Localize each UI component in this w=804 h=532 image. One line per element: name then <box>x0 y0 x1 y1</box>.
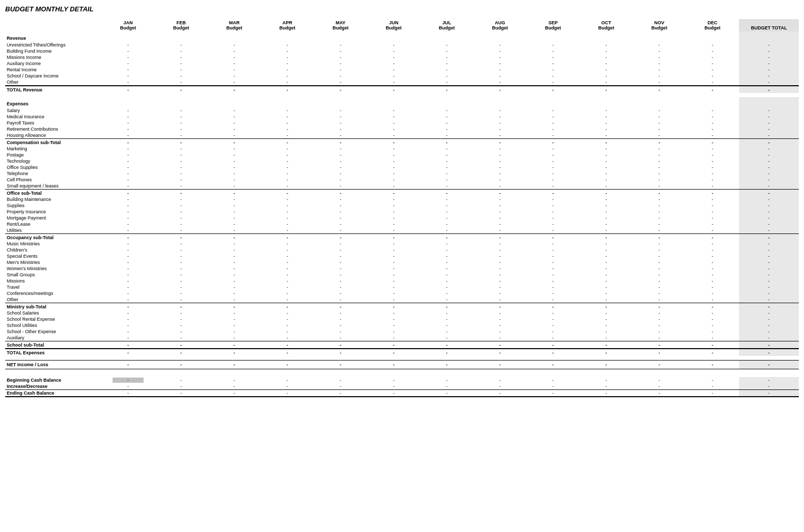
list-item: Property Insurance ------------ - <box>5 209 799 215</box>
list-item: Telephone ------------ - <box>5 170 799 177</box>
col-jul-sub: Budget <box>439 25 455 30</box>
beginning-balance-jan-input[interactable] <box>113 378 144 383</box>
col-may: MAYBudget <box>314 19 367 32</box>
list-item: Medical Insurance ------------ - <box>5 114 799 120</box>
col-oct: OCTBudget <box>580 19 633 32</box>
ministry-subtotal-row: Ministry sub-Total ------------ - <box>5 303 799 310</box>
list-item: Supplies ------------ - <box>5 202 799 209</box>
list-item: Rental Income ------------ - <box>5 67 799 73</box>
list-item: Travel ------------ - <box>5 284 799 290</box>
col-apr: APRBudget <box>261 19 314 32</box>
school-subtotal-row: School sub-Total ------------ - <box>5 341 799 349</box>
list-item: Retirement Contributions ------------ - <box>5 126 799 132</box>
list-item: School - Other Expense ------------ - <box>5 328 799 335</box>
page-title: BUDGET MONTHLY DETAIL <box>5 5 799 13</box>
list-item: Special Events ------------ - <box>5 253 799 259</box>
col-sep-sub: Budget <box>545 25 561 30</box>
list-item: Missions Income ------------ - <box>5 54 799 60</box>
list-item: Men's Ministries ------------ - <box>5 259 799 265</box>
spacer <box>5 356 799 360</box>
list-item: Office Supplies ------------ - <box>5 164 799 170</box>
col-dec-sub: Budget <box>704 25 720 30</box>
col-mar: MARBudget <box>208 19 261 32</box>
col-budget-total: BUDGET TOTAL <box>739 19 799 32</box>
list-item: Children's ------------ - <box>5 247 799 253</box>
column-headers: JANBudget FEBBudget MARBudget APRBudget … <box>5 19 799 32</box>
list-item: Other ------------ - <box>5 296 799 303</box>
list-item: Music Ministries ------------ - <box>5 241 799 247</box>
col-jun: JUNBudget <box>367 19 420 32</box>
col-nov-sub: Budget <box>651 25 667 30</box>
list-item: Auxiliary Income ------------ - <box>5 60 799 67</box>
col-jun-sub: Budget <box>386 25 402 30</box>
list-item: Housing Allowance ------------ - <box>5 132 799 139</box>
col-aug-sub: Budget <box>492 25 508 30</box>
revenue-label: Revenue <box>5 32 101 42</box>
col-jan: JANBudget <box>101 19 154 32</box>
expenses-section-header: Expenses <box>5 97 799 107</box>
list-item: Utilities ------------ - <box>5 227 799 234</box>
list-item: Auxiliary ------------ - <box>5 335 799 341</box>
list-item: Salary ------------ - <box>5 107 799 114</box>
spacer <box>5 93 799 97</box>
col-mar-sub: Budget <box>226 25 242 30</box>
list-item: School Rental Expense ------------ - <box>5 316 799 322</box>
increase-decrease-row: Increase/Decrease ------------ - <box>5 383 799 390</box>
col-nov: NOVBudget <box>633 19 686 32</box>
list-item: Technology ------------ - <box>5 158 799 164</box>
col-feb-sub: Budget <box>173 25 189 30</box>
total-expenses-row: TOTAL Expenses ------------ - <box>5 349 799 356</box>
list-item: School Salaries ------------ - <box>5 310 799 316</box>
col-sep: SEPBudget <box>527 19 580 32</box>
beginning-cash-balance-row: Beginning Cash Balance ----------- - <box>5 377 799 383</box>
list-item: Mortgage Payment ------------ - <box>5 215 799 221</box>
col-oct-sub: Budget <box>598 25 614 30</box>
list-item: Marketing ------------ - <box>5 146 799 152</box>
office-subtotal-row: Office sub-Total ------------ - <box>5 190 799 197</box>
list-item: Conferences/meetings ------------ - <box>5 290 799 296</box>
list-item: Postage ------------ - <box>5 152 799 158</box>
col-apr-sub: Budget <box>279 25 295 30</box>
col-aug: AUGBudget <box>474 19 527 32</box>
total-revenue-row: TOTAL Revenue ------------ - <box>5 86 799 93</box>
col-jul: JULBudget <box>420 19 474 32</box>
compensation-subtotal-row: Compensation sub-Total ------------ - <box>5 139 799 146</box>
list-item: Women's Ministries ------------ - <box>5 265 799 272</box>
list-item: Building Maintenance ------------ - <box>5 196 799 202</box>
col-dec: DECBudget <box>686 19 739 32</box>
col-jan-sub: Budget <box>120 25 136 30</box>
spacer <box>5 369 799 373</box>
budget-table: JANBudget FEBBudget MARBudget APRBudget … <box>5 19 799 397</box>
list-item: Rent/Lease ------------ - <box>5 221 799 227</box>
net-income-row: NET Income / Loss ------------ - <box>5 360 799 369</box>
list-item: Small Groups ------------ - <box>5 272 799 278</box>
spacer <box>5 373 799 377</box>
ending-cash-balance-row: Ending Cash Balance - - - - - - - - - - … <box>5 390 799 397</box>
revenue-section-header: Revenue <box>5 32 799 42</box>
list-item: Cell Phones ------------ - <box>5 177 799 183</box>
list-item: Small equipment / leases ------------ - <box>5 183 799 190</box>
list-item: School / Daycare Income ------------ - <box>5 73 799 79</box>
occupancy-subtotal-row: Occupancy sub-Total ------------ - <box>5 234 799 241</box>
list-item: Missions ------------ - <box>5 278 799 284</box>
list-item: Other ------------ - <box>5 79 799 86</box>
col-feb: FEBBudget <box>154 19 208 32</box>
list-item: Payroll Taxes ------------ - <box>5 120 799 126</box>
list-item: School Utilities ------------ - <box>5 322 799 328</box>
list-item: Unrestricted Tithes/Offerings ----------… <box>5 42 799 48</box>
list-item: Building Fund Income ------------ - <box>5 48 799 54</box>
col-may-sub: Budget <box>333 25 349 30</box>
